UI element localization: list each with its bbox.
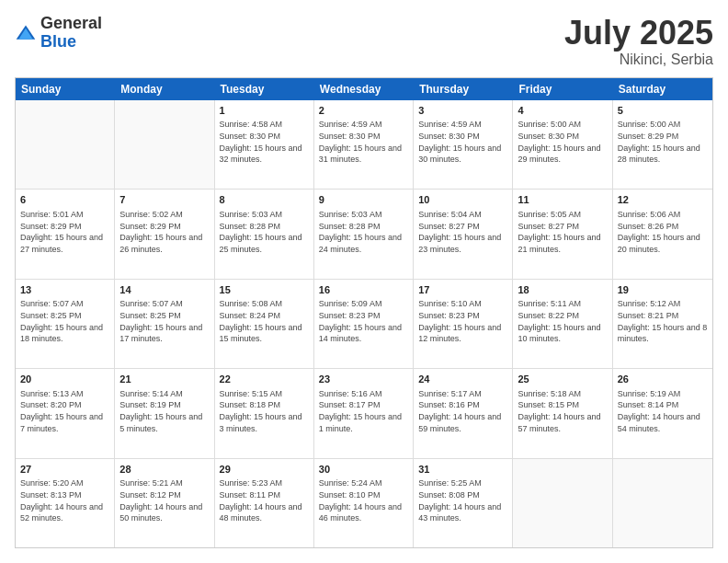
cal-week-1: 6Sunrise: 5:01 AM Sunset: 8:29 PM Daylig… — [16, 190, 712, 279]
day-number: 31 — [418, 463, 507, 477]
cal-cell: 11Sunrise: 5:05 AM Sunset: 8:27 PM Dayli… — [513, 190, 612, 278]
dow-friday: Friday — [513, 78, 612, 100]
cal-cell: 8Sunrise: 5:03 AM Sunset: 8:28 PM Daylig… — [215, 190, 314, 278]
logo-text: General Blue — [40, 15, 102, 52]
cal-cell: 9Sunrise: 5:03 AM Sunset: 8:28 PM Daylig… — [314, 190, 414, 278]
cell-info: Sunrise: 5:12 AM Sunset: 8:21 PM Dayligh… — [618, 298, 708, 344]
cal-week-0: 1Sunrise: 4:58 AM Sunset: 8:30 PM Daylig… — [16, 100, 712, 190]
day-number: 5 — [618, 104, 708, 118]
cal-cell: 21Sunrise: 5:14 AM Sunset: 8:19 PM Dayli… — [115, 369, 214, 457]
cell-info: Sunrise: 5:03 AM Sunset: 8:28 PM Dayligh… — [220, 209, 309, 255]
title-block: July 2025 Nikinci, Serbia — [564, 15, 713, 68]
cell-info: Sunrise: 5:20 AM Sunset: 8:13 PM Dayligh… — [20, 477, 109, 523]
cal-cell: 28Sunrise: 5:21 AM Sunset: 8:12 PM Dayli… — [115, 459, 214, 547]
day-number: 27 — [20, 463, 109, 477]
cell-info: Sunrise: 5:19 AM Sunset: 8:14 PM Dayligh… — [618, 388, 708, 434]
cal-cell: 4Sunrise: 5:00 AM Sunset: 8:30 PM Daylig… — [513, 100, 612, 189]
cal-cell: 26Sunrise: 5:19 AM Sunset: 8:14 PM Dayli… — [613, 369, 712, 457]
cal-cell — [513, 459, 612, 547]
day-number: 3 — [418, 104, 507, 118]
dow-monday: Monday — [115, 78, 214, 100]
day-number: 4 — [518, 104, 607, 118]
cell-info: Sunrise: 5:15 AM Sunset: 8:18 PM Dayligh… — [220, 388, 309, 434]
cal-cell: 5Sunrise: 5:00 AM Sunset: 8:29 PM Daylig… — [613, 100, 712, 189]
cal-cell: 18Sunrise: 5:11 AM Sunset: 8:22 PM Dayli… — [513, 280, 612, 368]
day-number: 6 — [20, 193, 109, 207]
cell-info: Sunrise: 5:04 AM Sunset: 8:27 PM Dayligh… — [418, 209, 507, 255]
cell-info: Sunrise: 5:07 AM Sunset: 8:25 PM Dayligh… — [20, 298, 109, 344]
day-number: 13 — [20, 283, 109, 297]
cal-cell: 7Sunrise: 5:02 AM Sunset: 8:29 PM Daylig… — [115, 190, 214, 278]
cal-cell: 16Sunrise: 5:09 AM Sunset: 8:23 PM Dayli… — [314, 280, 414, 368]
cal-cell: 1Sunrise: 4:58 AM Sunset: 8:30 PM Daylig… — [215, 100, 314, 189]
dow-thursday: Thursday — [414, 78, 513, 100]
day-number: 22 — [220, 373, 309, 386]
cell-info: Sunrise: 5:07 AM Sunset: 8:25 PM Dayligh… — [119, 298, 209, 344]
cal-cell: 3Sunrise: 4:59 AM Sunset: 8:30 PM Daylig… — [414, 100, 513, 189]
cal-cell: 29Sunrise: 5:23 AM Sunset: 8:11 PM Dayli… — [215, 459, 314, 547]
day-number: 1 — [220, 104, 309, 118]
cell-info: Sunrise: 5:06 AM Sunset: 8:26 PM Dayligh… — [618, 209, 708, 255]
cal-cell: 12Sunrise: 5:06 AM Sunset: 8:26 PM Dayli… — [613, 190, 712, 278]
cal-cell: 31Sunrise: 5:25 AM Sunset: 8:08 PM Dayli… — [414, 459, 513, 547]
dow-sunday: Sunday — [16, 78, 115, 100]
cell-info: Sunrise: 5:00 AM Sunset: 8:29 PM Dayligh… — [618, 119, 708, 165]
day-number: 29 — [220, 463, 309, 477]
cell-info: Sunrise: 5:21 AM Sunset: 8:12 PM Dayligh… — [119, 477, 209, 523]
day-number: 24 — [418, 373, 507, 386]
cal-cell: 24Sunrise: 5:17 AM Sunset: 8:16 PM Dayli… — [414, 369, 513, 457]
day-number: 28 — [119, 463, 209, 477]
cell-info: Sunrise: 5:08 AM Sunset: 8:24 PM Dayligh… — [220, 298, 309, 344]
cell-info: Sunrise: 5:02 AM Sunset: 8:29 PM Dayligh… — [119, 209, 209, 255]
cal-cell: 14Sunrise: 5:07 AM Sunset: 8:25 PM Dayli… — [115, 280, 214, 368]
cal-cell: 30Sunrise: 5:24 AM Sunset: 8:10 PM Dayli… — [314, 459, 414, 547]
day-number: 17 — [418, 283, 507, 297]
day-number: 19 — [618, 283, 708, 297]
cal-cell — [613, 459, 712, 547]
cal-week-2: 13Sunrise: 5:07 AM Sunset: 8:25 PM Dayli… — [16, 280, 712, 369]
cal-cell: 17Sunrise: 5:10 AM Sunset: 8:23 PM Dayli… — [414, 280, 513, 368]
day-number: 16 — [319, 283, 408, 297]
logo-general-text: General — [40, 14, 102, 32]
cal-cell — [16, 100, 115, 189]
cal-cell: 10Sunrise: 5:04 AM Sunset: 8:27 PM Dayli… — [414, 190, 513, 278]
cell-info: Sunrise: 5:17 AM Sunset: 8:16 PM Dayligh… — [418, 388, 507, 434]
day-number: 23 — [319, 373, 408, 386]
cal-cell: 20Sunrise: 5:13 AM Sunset: 8:20 PM Dayli… — [16, 369, 115, 457]
cal-cell: 2Sunrise: 4:59 AM Sunset: 8:30 PM Daylig… — [314, 100, 414, 189]
logo: General Blue — [15, 15, 102, 52]
cal-week-3: 20Sunrise: 5:13 AM Sunset: 8:20 PM Dayli… — [16, 369, 712, 458]
cal-cell: 22Sunrise: 5:15 AM Sunset: 8:18 PM Dayli… — [215, 369, 314, 457]
calendar-header: Sunday Monday Tuesday Wednesday Thursday… — [16, 78, 712, 100]
dow-tuesday: Tuesday — [215, 78, 314, 100]
cell-info: Sunrise: 4:58 AM Sunset: 8:30 PM Dayligh… — [220, 119, 309, 165]
day-number: 9 — [319, 193, 408, 207]
cell-info: Sunrise: 5:14 AM Sunset: 8:19 PM Dayligh… — [119, 388, 209, 434]
day-number: 12 — [618, 193, 708, 207]
cell-info: Sunrise: 5:16 AM Sunset: 8:17 PM Dayligh… — [319, 388, 408, 434]
cell-info: Sunrise: 5:01 AM Sunset: 8:29 PM Dayligh… — [20, 209, 109, 255]
cell-info: Sunrise: 5:18 AM Sunset: 8:15 PM Dayligh… — [518, 388, 607, 434]
cell-info: Sunrise: 4:59 AM Sunset: 8:30 PM Dayligh… — [418, 119, 507, 165]
day-number: 15 — [220, 283, 309, 297]
cal-cell: 13Sunrise: 5:07 AM Sunset: 8:25 PM Dayli… — [16, 280, 115, 368]
cal-cell: 27Sunrise: 5:20 AM Sunset: 8:13 PM Dayli… — [16, 459, 115, 547]
cal-cell — [115, 100, 214, 189]
dow-wednesday: Wednesday — [314, 78, 414, 100]
day-number: 14 — [119, 283, 209, 297]
cal-cell: 23Sunrise: 5:16 AM Sunset: 8:17 PM Dayli… — [314, 369, 414, 457]
day-number: 8 — [220, 193, 309, 207]
cal-cell: 25Sunrise: 5:18 AM Sunset: 8:15 PM Dayli… — [513, 369, 612, 457]
cell-info: Sunrise: 5:00 AM Sunset: 8:30 PM Dayligh… — [518, 119, 607, 165]
calendar: Sunday Monday Tuesday Wednesday Thursday… — [15, 77, 713, 548]
cal-cell: 19Sunrise: 5:12 AM Sunset: 8:21 PM Dayli… — [613, 280, 712, 368]
cell-info: Sunrise: 4:59 AM Sunset: 8:30 PM Dayligh… — [319, 119, 408, 165]
cal-cell: 15Sunrise: 5:08 AM Sunset: 8:24 PM Dayli… — [215, 280, 314, 368]
cell-info: Sunrise: 5:10 AM Sunset: 8:23 PM Dayligh… — [418, 298, 507, 344]
title-location: Nikinci, Serbia — [564, 52, 713, 68]
page: General Blue July 2025 Nikinci, Serbia S… — [0, 0, 728, 563]
cal-week-4: 27Sunrise: 5:20 AM Sunset: 8:13 PM Dayli… — [16, 459, 712, 547]
title-month: July 2025 — [564, 15, 713, 52]
day-number: 30 — [319, 463, 408, 477]
day-number: 11 — [518, 193, 607, 207]
